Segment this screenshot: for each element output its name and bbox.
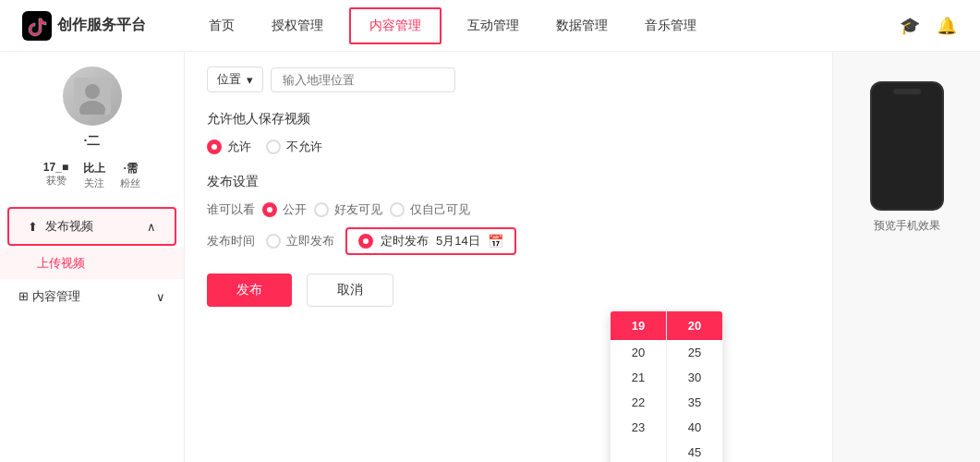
publish-button[interactable]: 发布 xyxy=(207,274,292,307)
sidebar: ·二 17_■ 获赞 比上 关注 ·需 粉丝 ⬆ 发布视频 ∧ xyxy=(0,52,185,462)
dropdown-arrow-icon: ▾ xyxy=(247,73,253,87)
sidebar-sub-upload[interactable]: 上传视频 xyxy=(0,248,184,279)
header-right: 🎓 🔔 xyxy=(899,15,958,37)
likes-value: 17_■ xyxy=(43,161,68,174)
private-option[interactable]: 仅自己可见 xyxy=(390,201,470,218)
minute-item-35[interactable]: 35 xyxy=(667,390,722,415)
minute-item-30[interactable]: 30 xyxy=(667,365,722,390)
content-menu-left: ⊞ 内容管理 xyxy=(18,288,80,305)
public-radio[interactable] xyxy=(262,202,277,217)
calendar-icon[interactable]: 📅 xyxy=(488,234,503,249)
preview-panel: 预览手机效果 xyxy=(832,52,980,462)
main-layout: ·二 17_■ 获赞 比上 关注 ·需 粉丝 ⬆ 发布视频 ∧ xyxy=(0,52,980,462)
nav-content[interactable]: 内容管理 xyxy=(349,7,442,44)
scheduled-radio[interactable] xyxy=(358,234,373,249)
allow-save-label: 允许 xyxy=(227,139,251,155)
minute-item-45[interactable]: 45 xyxy=(667,440,722,462)
nav-music[interactable]: 音乐管理 xyxy=(626,0,715,52)
fans-value: ·需 xyxy=(123,161,137,176)
stat-following: 比上 关注 xyxy=(83,161,105,190)
preview-title: 预览手机效果 xyxy=(874,218,940,234)
logo-icon xyxy=(22,11,52,41)
fans-label: 粉丝 xyxy=(120,176,140,190)
location-row: 位置 ▾ xyxy=(207,67,810,92)
private-radio[interactable] xyxy=(390,202,405,217)
collapse-icon: ∨ xyxy=(156,290,165,304)
logo-area: 创作服务平台 xyxy=(22,11,146,41)
time-label: 发布时间 xyxy=(207,233,255,249)
hour-item-20[interactable]: 20 xyxy=(611,340,666,365)
scheduled-time-box[interactable]: 定时发布 5月14日 📅 xyxy=(345,227,516,255)
phone-preview xyxy=(870,81,944,211)
hour-col-header: 19 xyxy=(611,311,666,340)
save-video-label: 允许他人保存视频 xyxy=(207,111,810,128)
nav-auth[interactable]: 授权管理 xyxy=(253,0,342,52)
sidebar-menu: ⬆ 发布视频 ∧ 上传视频 ⊞ 内容管理 ∨ xyxy=(0,205,184,314)
avatar xyxy=(63,67,122,126)
time-picker-dropdown: 19 20 21 22 23 20 25 30 35 40 45 50 55 xyxy=(610,310,723,462)
graduation-icon[interactable]: 🎓 xyxy=(899,15,921,37)
content-area: 位置 ▾ 允许他人保存视频 允许 不允许 发布设置 谁可以看 xyxy=(185,52,832,462)
friends-label: 好友可见 xyxy=(334,201,382,218)
location-select[interactable]: 位置 ▾ xyxy=(207,67,263,92)
svg-rect-0 xyxy=(22,11,52,41)
publish-section: 发布设置 谁可以看 公开 好友可见 仅自己可见 发布时间 xyxy=(207,174,810,255)
phone-notch xyxy=(893,89,921,94)
private-label: 仅自己可见 xyxy=(410,201,470,218)
immediate-option[interactable]: 立即发布 xyxy=(266,233,334,249)
nav-data[interactable]: 数据管理 xyxy=(538,0,626,52)
hour-col: 19 20 21 22 23 xyxy=(611,311,666,462)
scheduled-date: 5月14日 xyxy=(436,233,480,249)
location-input[interactable] xyxy=(271,67,455,92)
content-label: 内容管理 xyxy=(32,289,80,303)
hour-item-22[interactable]: 22 xyxy=(611,390,666,415)
scheduled-label: 定时发布 xyxy=(381,233,429,249)
hour-item-23[interactable]: 23 xyxy=(611,415,666,440)
publish-menu-left: ⬆ 发布视频 xyxy=(28,218,93,235)
friends-radio[interactable] xyxy=(314,202,329,217)
allow-save-option[interactable]: 允许 xyxy=(207,139,251,155)
minute-col: 20 25 30 35 40 45 50 55 xyxy=(667,311,722,462)
sidebar-item-content[interactable]: ⊞ 内容管理 ∨ xyxy=(0,279,184,314)
grid-icon: ⊞ xyxy=(18,289,29,303)
expand-icon: ∧ xyxy=(147,220,156,234)
disallow-save-label: 不允许 xyxy=(286,139,322,155)
likes-label: 获赞 xyxy=(46,174,67,188)
stat-likes: 17_■ 获赞 xyxy=(43,161,68,190)
public-label: 公开 xyxy=(283,201,307,218)
nav-interact[interactable]: 互动管理 xyxy=(449,0,538,52)
following-value: 比上 xyxy=(83,161,105,176)
action-row: 发布 取消 xyxy=(207,274,810,307)
main-nav: 首页 授权管理 内容管理 互动管理 数据管理 音乐管理 xyxy=(190,0,899,52)
minute-col-header: 20 xyxy=(667,311,722,340)
svg-point-2 xyxy=(85,84,100,99)
location-select-label: 位置 xyxy=(217,71,241,88)
minute-item-40[interactable]: 40 xyxy=(667,415,722,440)
bell-icon[interactable]: 🔔 xyxy=(936,15,958,37)
following-label: 关注 xyxy=(84,176,104,190)
publish-time-row: 发布时间 立即发布 定时发布 5月14日 📅 xyxy=(207,227,810,255)
visibility-row: 谁可以看 公开 好友可见 仅自己可见 xyxy=(207,201,810,218)
public-option[interactable]: 公开 xyxy=(262,201,307,218)
visibility-label: 谁可以看 xyxy=(207,201,255,218)
immediate-label: 立即发布 xyxy=(286,233,334,249)
stats-row: 17_■ 获赞 比上 关注 ·需 粉丝 xyxy=(43,161,140,190)
header: 创作服务平台 首页 授权管理 内容管理 互动管理 数据管理 音乐管理 🎓 🔔 xyxy=(0,0,980,52)
disallow-save-radio[interactable] xyxy=(266,140,281,154)
publish-label: 发布视频 xyxy=(45,218,93,235)
immediate-radio[interactable] xyxy=(266,234,281,249)
minute-item-25[interactable]: 25 xyxy=(667,340,722,365)
logo-text: 创作服务平台 xyxy=(57,16,146,35)
hour-item-21[interactable]: 21 xyxy=(611,365,666,390)
username: ·二 xyxy=(84,133,101,150)
nav-home[interactable]: 首页 xyxy=(190,0,253,52)
stat-fans: ·需 粉丝 xyxy=(120,161,140,190)
upload-icon: ⬆ xyxy=(28,220,38,234)
disallow-save-option[interactable]: 不允许 xyxy=(266,139,322,155)
avatar-image xyxy=(63,67,122,126)
save-video-options: 允许 不允许 xyxy=(207,139,810,155)
cancel-button[interactable]: 取消 xyxy=(307,274,393,307)
friends-option[interactable]: 好友可见 xyxy=(314,201,382,218)
sidebar-item-publish[interactable]: ⬆ 发布视频 ∧ xyxy=(7,207,176,246)
allow-save-radio[interactable] xyxy=(207,140,222,154)
